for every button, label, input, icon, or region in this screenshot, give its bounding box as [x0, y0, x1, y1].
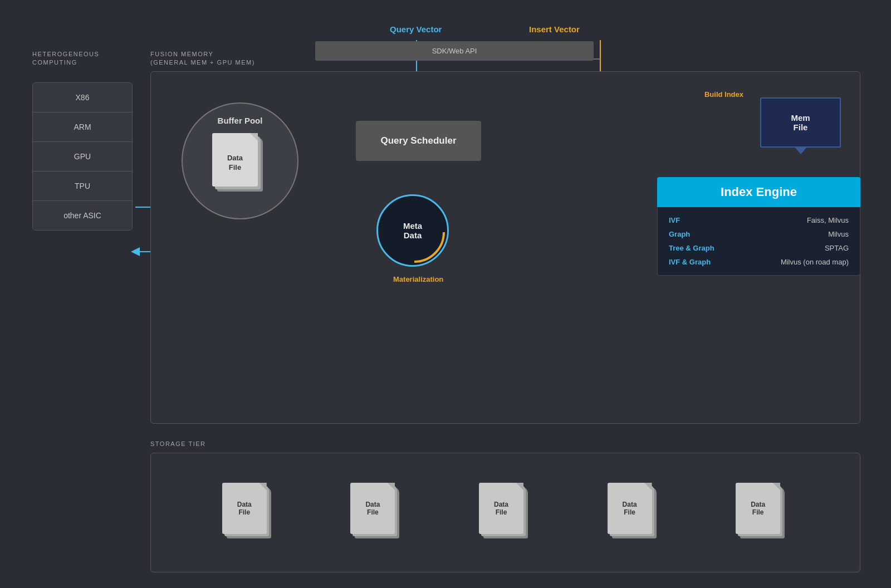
- index-label-0: IVF: [669, 216, 724, 224]
- index-value-0: Faiss, Milvus: [807, 216, 849, 224]
- hetero-item-gpu: GPU: [33, 142, 132, 171]
- materialization-label: Materialization: [393, 275, 443, 283]
- storage-file-3: Data File: [479, 483, 532, 543]
- s-text1-2: Data: [365, 501, 380, 508]
- hetero-item-asic: other ASIC: [33, 201, 132, 230]
- index-row-3: IVF & Graph Milvus (on road map): [669, 258, 849, 266]
- buffer-pool: Data File Buffer Pool: [182, 102, 298, 219]
- storage-box: Data File Data File Da: [150, 453, 860, 572]
- index-label-1: Graph: [669, 230, 724, 238]
- index-label-2: Tree & Graph: [669, 244, 724, 252]
- s-corner-5: [772, 483, 780, 491]
- hetero-item-arm: ARM: [33, 112, 132, 142]
- hetero-item-x86: X86: [33, 83, 132, 112]
- build-index-label: Build Index: [704, 90, 743, 99]
- query-scheduler-label: Query Scheduler: [380, 135, 456, 146]
- index-engine-header: Index Engine: [657, 177, 860, 207]
- meta-data-circle: Meta Data: [376, 194, 449, 267]
- s-text2-3: File: [496, 508, 507, 516]
- index-row-1: Graph Milvus: [669, 230, 849, 238]
- sdk-bar: SDK/Web API: [315, 41, 594, 61]
- corner-fold: [250, 133, 258, 141]
- buffer-data-file-text2: File: [229, 163, 241, 171]
- s-corner-1: [259, 483, 267, 491]
- index-value-1: Milvus: [828, 230, 849, 238]
- query-vector-label: Query Vector: [390, 24, 442, 34]
- index-label-3: IVF & Graph: [669, 258, 724, 266]
- index-row-2: Tree & Graph SPTAG: [669, 244, 849, 252]
- sdk-label: SDK/Web API: [432, 47, 477, 55]
- storage-section: STORAGE TIER Data File Data File: [150, 440, 860, 572]
- buffer-pool-label: Buffer Pool: [218, 116, 263, 125]
- buffer-data-file-text: Data: [227, 154, 243, 163]
- s-text1-5: Data: [751, 501, 765, 508]
- s-front-5: Data File: [736, 483, 780, 534]
- hetero-box: X86 ARM GPU TPU other ASIC: [32, 82, 133, 231]
- s-corner-4: [644, 483, 652, 491]
- s-corner-2: [387, 483, 395, 491]
- s-front-2: Data File: [350, 483, 395, 534]
- s-corner-3: [516, 483, 523, 491]
- query-scheduler-box: Query Scheduler: [356, 121, 481, 161]
- mem-file-notch: [794, 146, 807, 154]
- s-text1-3: Data: [494, 501, 508, 508]
- storage-file-4: Data File: [608, 483, 660, 543]
- hetero-title: HETEROGENEOUS COMPUTING: [32, 50, 133, 67]
- storage-title: STORAGE TIER: [150, 440, 860, 447]
- mem-file-line1: Mem: [791, 113, 810, 122]
- s-text2-4: File: [624, 508, 635, 516]
- s-front-1: Data File: [222, 483, 267, 534]
- index-engine-body: IVF Faiss, Milvus Graph Milvus Tree & Gr…: [657, 207, 860, 276]
- storage-file-2: Data File: [350, 483, 403, 543]
- index-engine-title: Index Engine: [721, 185, 797, 199]
- hetero-item-tpu: TPU: [33, 171, 132, 201]
- data-file-front: Data File: [212, 133, 258, 187]
- s-front-4: Data File: [608, 483, 652, 534]
- index-value-2: SPTAG: [825, 244, 849, 252]
- s-front-3: Data File: [479, 483, 523, 534]
- mem-file-line2: File: [794, 122, 808, 132]
- s-text1-4: Data: [623, 501, 637, 508]
- insert-vector-label: Insert Vector: [529, 24, 580, 34]
- mem-file-box: Mem File: [760, 97, 841, 148]
- diagram: HETEROGENEOUS COMPUTING X86 ARM GPU TPU …: [0, 0, 891, 588]
- s-text2-5: File: [752, 508, 764, 516]
- s-text2-2: File: [367, 508, 379, 516]
- s-text2-1: File: [238, 508, 250, 516]
- index-value-3: Milvus (on road map): [781, 258, 849, 266]
- index-engine-wrapper: Index Engine IVF Faiss, Milvus Graph Mil…: [657, 177, 860, 276]
- storage-file-1: Data File: [222, 483, 275, 543]
- s-text1-1: Data: [237, 501, 252, 508]
- index-row-0: IVF Faiss, Milvus: [669, 216, 849, 224]
- storage-file-5: Data File: [736, 483, 789, 543]
